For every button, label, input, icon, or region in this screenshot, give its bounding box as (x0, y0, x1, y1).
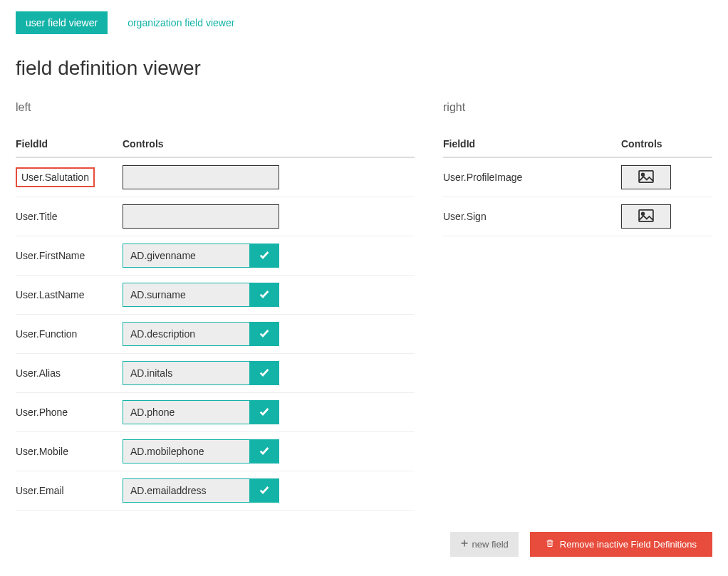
mapped-control: AD.emailaddress (123, 478, 279, 503)
columns-container: left FieldId Controls User.Salutation Us… (16, 101, 712, 510)
controls-cell (621, 165, 712, 189)
svg-point-3 (642, 212, 645, 215)
mapped-value[interactable]: AD.mobilephone (123, 439, 249, 464)
text-input[interactable] (123, 204, 279, 229)
check-icon (259, 484, 270, 498)
controls-cell: AD.mobilephone (123, 439, 415, 464)
confirm-button[interactable] (249, 283, 279, 307)
confirm-button[interactable] (249, 244, 279, 268)
table-row: User.ProfileImage (443, 158, 712, 197)
new-field-button[interactable]: new field (450, 532, 518, 557)
table-row: User.Function AD.description (16, 315, 415, 354)
check-icon (259, 367, 270, 380)
mapped-value[interactable]: AD.givenname (123, 244, 249, 268)
confirm-button[interactable] (249, 361, 279, 385)
controls-cell (621, 204, 712, 229)
controls-cell: AD.emailaddress (123, 478, 415, 503)
header-controls: Controls (621, 138, 712, 150)
remove-inactive-label: Remove inactive Field Definitions (560, 539, 697, 550)
header-fieldid: FieldId (443, 138, 621, 150)
confirm-button[interactable] (249, 322, 279, 346)
mapped-control: AD.initals (123, 361, 279, 385)
text-control (123, 165, 279, 189)
table-row: User.Alias AD.initals (16, 354, 415, 393)
fieldid-cell: User.LastName (16, 289, 123, 300)
tab-organization-field-viewer[interactable]: organization field viewer (118, 11, 244, 34)
mapped-control: AD.mobilephone (123, 439, 279, 464)
footer-actions: new field Remove inactive Field Definiti… (16, 532, 712, 557)
left-column: left FieldId Controls User.Salutation Us… (16, 101, 415, 510)
mapped-value[interactable]: AD.description (123, 322, 249, 346)
image-icon (638, 170, 654, 185)
right-column: right FieldId Controls User.ProfileImage (443, 101, 712, 510)
table-row: User.Title (16, 197, 415, 236)
check-icon (259, 406, 270, 419)
left-header-row: FieldId Controls (16, 131, 415, 158)
mapped-control: AD.surname (123, 283, 279, 307)
check-icon (259, 288, 270, 302)
table-row: User.Mobile AD.mobilephone (16, 432, 415, 471)
left-column-heading: left (16, 101, 415, 114)
table-row: User.Sign (443, 197, 712, 236)
controls-cell: AD.surname (123, 283, 415, 307)
tab-user-field-viewer[interactable]: user field viewer (16, 11, 108, 34)
mapped-value[interactable]: AD.phone (123, 400, 249, 424)
fieldid-cell: User.Sign (443, 211, 621, 222)
right-column-heading: right (443, 101, 712, 114)
trash-icon (546, 539, 554, 550)
table-row: User.Phone AD.phone (16, 393, 415, 432)
text-input[interactable] (123, 165, 279, 189)
viewer-tabs: user field viewer organization field vie… (16, 11, 712, 34)
header-fieldid: FieldId (16, 138, 123, 150)
plus-icon (460, 539, 469, 550)
highlighted-fieldid: User.Salutation (16, 167, 95, 187)
svg-rect-0 (639, 170, 653, 182)
svg-point-1 (642, 173, 645, 176)
check-icon (259, 328, 270, 341)
confirm-button[interactable] (249, 439, 279, 464)
fieldid-cell: User.Title (16, 211, 123, 222)
image-control[interactable] (621, 165, 671, 189)
table-row: User.Salutation (16, 158, 415, 197)
mapped-control: AD.description (123, 322, 279, 346)
controls-cell: AD.initals (123, 361, 415, 385)
svg-rect-2 (639, 209, 653, 221)
table-row: User.LastName AD.surname (16, 276, 415, 315)
fieldid-cell: User.Alias (16, 367, 123, 379)
confirm-button[interactable] (249, 478, 279, 503)
fieldid-cell: User.Phone (16, 407, 123, 418)
page-title: field definition viewer (16, 57, 712, 80)
fieldid-cell: User.Mobile (16, 446, 123, 457)
controls-cell: AD.givenname (123, 244, 415, 268)
new-field-label: new field (472, 539, 508, 550)
fieldid-cell: User.FirstName (16, 250, 123, 261)
controls-cell: AD.description (123, 322, 415, 346)
controls-cell: AD.phone (123, 400, 415, 424)
fieldid-cell: User.ProfileImage (443, 172, 621, 183)
header-controls: Controls (123, 138, 415, 150)
mapped-value[interactable]: AD.surname (123, 283, 249, 307)
image-icon (638, 209, 654, 224)
text-control (123, 204, 279, 229)
mapped-control: AD.phone (123, 400, 279, 424)
image-control[interactable] (621, 204, 671, 229)
confirm-button[interactable] (249, 400, 279, 424)
fieldid-cell: User.Salutation (16, 167, 123, 187)
controls-cell (123, 204, 415, 229)
remove-inactive-button[interactable]: Remove inactive Field Definitions (530, 532, 712, 557)
mapped-value[interactable]: AD.emailaddress (123, 478, 249, 503)
mapped-control: AD.givenname (123, 244, 279, 268)
mapped-value[interactable]: AD.initals (123, 361, 249, 385)
fieldid-cell: User.Email (16, 485, 123, 496)
table-row: User.Email AD.emailaddress (16, 471, 415, 510)
check-icon (259, 249, 270, 263)
table-row: User.FirstName AD.givenname (16, 236, 415, 276)
right-header-row: FieldId Controls (443, 131, 712, 158)
fieldid-cell: User.Function (16, 328, 123, 340)
controls-cell (123, 165, 415, 189)
check-icon (259, 445, 270, 459)
